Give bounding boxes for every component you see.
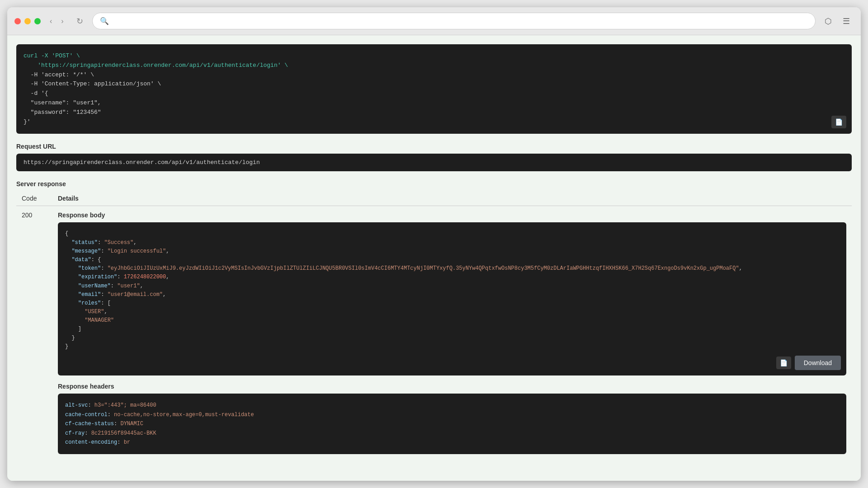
request-url-value: https://springapirenderclass.onrender.co…	[16, 154, 852, 171]
copy-response-button[interactable]: 📄	[776, 357, 791, 369]
search-icon: 🔍	[100, 17, 109, 25]
header-content-encoding-val: br	[124, 439, 130, 446]
browser-toolbar: ‹ › ↻ 🔍 ⬡ ☰	[7, 7, 861, 35]
curl-close: }'	[24, 118, 31, 125]
response-headers-section: Response headers alt-svc: h3=":443"; ma=…	[58, 383, 846, 454]
curl-data-flag: -d '{	[24, 90, 48, 97]
header-cf-cache-status-val: DYNAMIC	[120, 421, 143, 427]
curl-block: curl -X 'POST' \ 'https://springapirende…	[16, 44, 852, 134]
response-row: 200 Response body { "status": "Success",…	[16, 206, 852, 460]
address-bar[interactable]: 🔍	[92, 13, 816, 29]
response-headers-label: Response headers	[58, 383, 846, 390]
curl-header-content-type: -H 'Content-Type: application/json' \	[24, 80, 161, 87]
response-body-json: { "status": "Success", "message": "Login…	[58, 222, 846, 375]
copy-curl-button[interactable]: 📄	[831, 116, 846, 128]
header-cf-cache-status-key: cf-cache-status	[65, 421, 114, 427]
header-alt-svc-key: alt-svc	[65, 402, 88, 408]
response-details: Response body { "status": "Success", "me…	[52, 206, 852, 460]
header-content-encoding-key: content-encoding	[65, 439, 117, 446]
response-headers-block: alt-svc: h3=":443"; ma=86400 cache-contr…	[58, 394, 846, 454]
refresh-button[interactable]: ↻	[73, 14, 87, 28]
curl-password: "password": "123456"	[24, 109, 101, 116]
server-response-section: Server response Code Details 200 Respons…	[16, 180, 852, 460]
code-column-header: Code	[16, 191, 52, 206]
response-body-label: Response body	[58, 211, 846, 219]
back-button[interactable]: ‹	[46, 15, 56, 27]
server-response-label: Server response	[16, 180, 852, 188]
download-button[interactable]: Download	[795, 356, 841, 370]
header-cache-control-val: no-cache,no-store,max-age=0,must-revalid…	[114, 412, 254, 418]
minimize-button[interactable]	[24, 18, 31, 24]
curl-url: 'https://springapirenderclass.onrender.c…	[24, 62, 288, 69]
browser-window: ‹ › ↻ 🔍 ⬡ ☰ curl -X 'POST' \ 'https://sp…	[7, 7, 861, 481]
details-column-header: Details	[52, 191, 852, 206]
maximize-button[interactable]	[34, 18, 41, 24]
close-button[interactable]	[14, 18, 21, 24]
header-alt-svc-val: h3=":443"; ma=86400	[94, 402, 156, 408]
curl-command-text: curl -X 'POST' \	[24, 52, 80, 59]
response-table: Code Details 200 Response body { "status…	[16, 191, 852, 460]
curl-header-accept: -H 'accept: */*' \	[24, 71, 94, 78]
header-cache-control-key: cache-control	[65, 412, 108, 418]
curl-username: "username": "user1",	[24, 99, 101, 106]
menu-button[interactable]: ☰	[839, 14, 854, 28]
traffic-lights	[14, 18, 41, 24]
forward-button[interactable]: ›	[57, 15, 67, 27]
json-actions: 📄 Download	[776, 356, 841, 370]
browser-content: curl -X 'POST' \ 'https://springapirende…	[7, 35, 861, 481]
nav-buttons: ‹ ›	[46, 15, 67, 27]
toolbar-actions: ⬡ ☰	[821, 14, 854, 28]
header-cf-ray-key: cf-ray	[65, 430, 85, 436]
request-url-label: Request URL	[16, 143, 852, 150]
external-link-button[interactable]: ⬡	[821, 14, 835, 28]
header-cf-ray-val: 8c219156f89445ac-BKK	[91, 430, 156, 436]
response-code: 200	[16, 206, 52, 460]
